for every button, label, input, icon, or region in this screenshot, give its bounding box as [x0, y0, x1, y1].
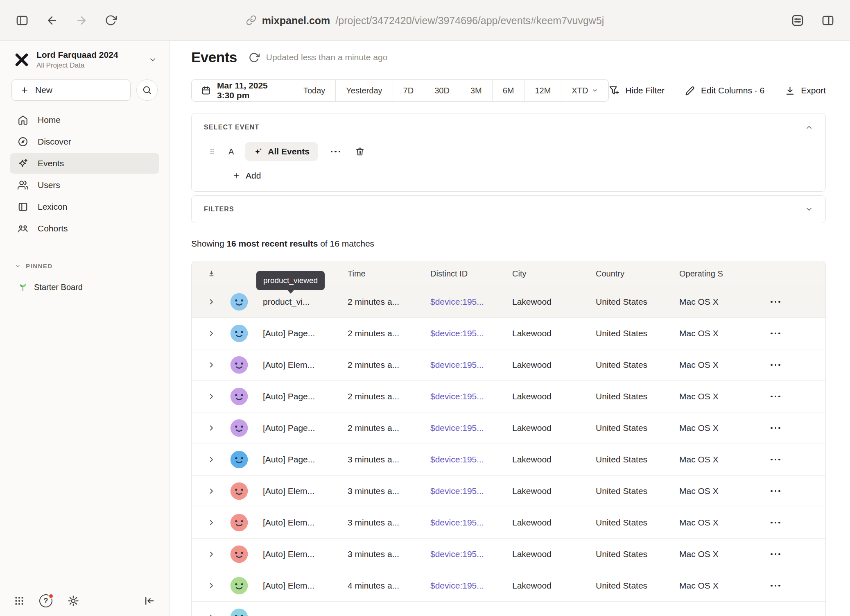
row-more-button[interactable]: [767, 519, 784, 527]
row-expand-chevron-icon[interactable]: [208, 456, 215, 463]
add-event-button[interactable]: Add: [232, 171, 813, 181]
apps-grid-icon[interactable]: [14, 596, 25, 606]
event-more-button[interactable]: [328, 147, 344, 156]
chevron-down-icon[interactable]: [805, 205, 813, 213]
distinct-id-link[interactable]: $device:195...: [424, 518, 506, 528]
settings-gear-icon[interactable]: [67, 595, 79, 607]
range-yesterday-button[interactable]: Yesterday: [335, 80, 392, 101]
distinct-id-link[interactable]: $device:195...: [424, 455, 506, 464]
browser-back-icon[interactable]: [46, 14, 58, 27]
table-row[interactable]: [Auto] Page...2 minutes a...$device:195.…: [192, 318, 825, 349]
browser-forward-icon[interactable]: [75, 14, 88, 27]
table-row[interactable]: [Auto] Elem...3 minutes a...$device:195.…: [192, 539, 825, 570]
distinct-id-link[interactable]: $device:195...: [424, 549, 506, 559]
range-3m-button[interactable]: 3M: [460, 80, 492, 101]
browser-sidebar-toggle-icon[interactable]: [16, 14, 29, 27]
export-button[interactable]: Export: [785, 86, 826, 96]
event-name[interactable]: [Auto] Elem...: [254, 486, 341, 496]
hide-filter-button[interactable]: Hide Filter: [609, 85, 665, 96]
event-name[interactable]: [Auto] Page...: [254, 455, 341, 464]
row-more-button[interactable]: [767, 582, 784, 590]
browser-reload-icon[interactable]: [105, 14, 117, 26]
event-name[interactable]: [Auto] Page...: [254, 328, 341, 338]
range-7d-button[interactable]: 7D: [393, 80, 424, 101]
collapse-sidebar-icon[interactable]: [144, 595, 155, 607]
range-xtd-button[interactable]: XTD: [561, 80, 608, 101]
column-header-country[interactable]: Country: [590, 269, 673, 279]
row-more-button[interactable]: [767, 613, 784, 616]
distinct-id-link[interactable]: $device:195...: [424, 423, 506, 433]
row-expand-chevron-icon[interactable]: [208, 298, 215, 306]
refresh-icon[interactable]: [249, 52, 260, 63]
distinct-id-link[interactable]: $device:195...: [424, 486, 506, 496]
edit-columns-button[interactable]: Edit Columns · 6: [685, 86, 764, 96]
table-row[interactable]: [Auto] Elem...3 minutes a...$device:195.…: [192, 507, 825, 539]
table-row[interactable]: [Auto] Elem...4 minutes a...$device:195.…: [192, 570, 825, 602]
search-button[interactable]: [136, 79, 158, 101]
event-name[interactable]: product_vi...: [254, 297, 341, 307]
row-more-button[interactable]: [767, 392, 784, 401]
range-today-button[interactable]: Today: [293, 80, 335, 101]
range-12m-button[interactable]: 12M: [524, 80, 561, 101]
row-more-button[interactable]: [767, 455, 784, 464]
row-more-button[interactable]: [767, 298, 784, 306]
sidebar-item-discover[interactable]: Discover: [10, 131, 159, 152]
table-row[interactable]: [Auto] Elem...3 minutes a...$device:195.…: [192, 476, 825, 507]
row-expand-chevron-icon[interactable]: [208, 393, 215, 400]
column-header-os[interactable]: Operating S: [673, 269, 765, 279]
distinct-id-link[interactable]: $device:195...: [424, 297, 506, 307]
row-expand-chevron-icon[interactable]: [208, 519, 215, 526]
page-settings-icon[interactable]: [791, 14, 804, 27]
row-more-button[interactable]: [767, 550, 784, 559]
pinned-section-header[interactable]: PINNED: [10, 263, 159, 270]
chevron-up-icon[interactable]: [805, 123, 813, 131]
filters-card[interactable]: FILTERS: [191, 195, 826, 223]
date-picker-button[interactable]: Mar 11, 2025 3:30 pm: [192, 80, 293, 101]
table-row[interactable]: [Auto] Page...2 minutes a...$device:195.…: [192, 412, 825, 444]
help-button[interactable]: ?: [39, 594, 52, 607]
table-row[interactable]: [192, 602, 825, 616]
drag-handle-icon[interactable]: [208, 147, 216, 156]
row-expand-chevron-icon[interactable]: [208, 330, 215, 337]
range-6m-button[interactable]: 6M: [492, 80, 524, 101]
sidebar-item-events[interactable]: Events: [10, 153, 159, 174]
sidebar-item-cohorts[interactable]: Cohorts: [10, 218, 159, 239]
distinct-id-link[interactable]: $device:195...: [424, 360, 506, 370]
row-more-button[interactable]: [767, 487, 784, 496]
all-events-chip[interactable]: All Events: [245, 142, 318, 161]
address-bar[interactable]: mixpanel.com/project/3472420/view/397469…: [246, 14, 604, 26]
range-30d-button[interactable]: 30D: [424, 80, 460, 101]
column-header-city[interactable]: City: [506, 269, 590, 279]
sidebar-item-lexicon[interactable]: Lexicon: [10, 197, 159, 217]
distinct-id-link[interactable]: $device:195...: [424, 328, 506, 338]
sidebar-item-users[interactable]: Users: [10, 175, 159, 195]
event-name[interactable]: [Auto] Elem...: [254, 549, 341, 559]
jump-to-latest-icon[interactable]: [207, 270, 216, 278]
row-expand-chevron-icon[interactable]: [208, 550, 215, 558]
row-expand-chevron-icon[interactable]: [208, 582, 215, 589]
trash-icon[interactable]: [355, 147, 365, 156]
distinct-id-link[interactable]: $device:195...: [424, 581, 506, 591]
row-more-button[interactable]: [767, 424, 784, 433]
split-view-icon[interactable]: [821, 14, 834, 27]
row-expand-chevron-icon[interactable]: [208, 487, 215, 495]
distinct-id-link[interactable]: $device:195...: [424, 392, 506, 401]
row-expand-chevron-icon[interactable]: [208, 614, 215, 616]
table-row[interactable]: [Auto] Page...2 minutes a...$device:195.…: [192, 381, 825, 412]
event-name[interactable]: [Auto] Elem...: [254, 581, 341, 591]
row-expand-chevron-icon[interactable]: [208, 424, 215, 432]
row-more-button[interactable]: [767, 329, 784, 338]
column-header-time[interactable]: Time: [341, 269, 424, 279]
sidebar-item-home[interactable]: Home: [10, 110, 159, 130]
table-row[interactable]: [Auto] Elem...2 minutes a...$device:195.…: [192, 349, 825, 381]
event-name[interactable]: [Auto] Page...: [254, 423, 341, 433]
row-more-button[interactable]: [767, 361, 784, 369]
event-name[interactable]: [Auto] Page...: [254, 392, 341, 401]
column-header-distinct-id[interactable]: Distinct ID: [424, 269, 506, 279]
row-expand-chevron-icon[interactable]: [208, 361, 215, 369]
table-row[interactable]: [Auto] Page...3 minutes a...$device:195.…: [192, 444, 825, 476]
event-name[interactable]: [Auto] Elem...: [254, 518, 341, 528]
event-name[interactable]: [Auto] Elem...: [254, 360, 341, 370]
project-switcher[interactable]: Lord Farquaad 2024 All Project Data: [14, 50, 157, 70]
new-button[interactable]: New: [11, 79, 131, 101]
